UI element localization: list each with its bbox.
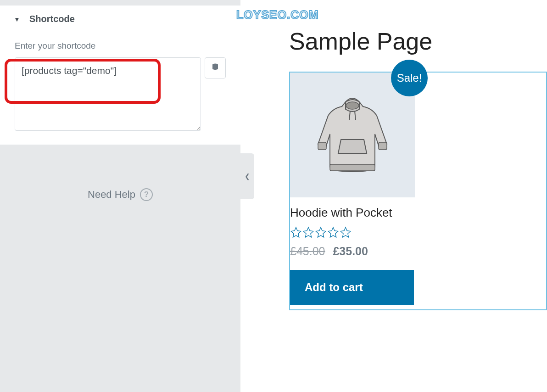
shortcode-field-label: Enter your shortcode	[15, 41, 226, 51]
preview-pane: Sample Page Sale! Hoodie with Pocket	[257, 0, 547, 392]
sidebar-lower: Need Help ?	[0, 145, 240, 383]
star-icon	[315, 226, 327, 238]
sidebar-top-strip	[0, 0, 240, 6]
dynamic-tags-button[interactable]	[205, 57, 226, 78]
product-image[interactable]: Sale!	[290, 73, 415, 197]
star-icon	[290, 226, 302, 238]
hoodie-icon	[313, 94, 391, 176]
svg-rect-4	[379, 142, 387, 150]
star-icon	[302, 226, 314, 238]
svg-rect-2	[330, 164, 375, 171]
star-icon	[327, 226, 339, 238]
need-help-link[interactable]: Need Help ?	[88, 188, 153, 201]
page-title: Sample Page	[289, 28, 547, 55]
add-to-cart-button[interactable]: Add to cart	[290, 270, 414, 305]
sale-price: £35.00	[333, 245, 368, 258]
database-icon	[211, 63, 219, 73]
collapse-sidebar-button[interactable]: ❮	[240, 153, 254, 199]
svg-rect-3	[318, 142, 326, 150]
chevron-left-icon: ❮	[245, 173, 250, 180]
star-rating	[290, 226, 546, 238]
widget-body: Enter your shortcode [products tag="demo…	[0, 33, 240, 145]
editor-sidebar: ▼ Shortcode Enter your shortcode [produc…	[0, 0, 240, 392]
original-price: £45.00	[290, 245, 325, 258]
caret-down-icon: ▼	[14, 16, 23, 23]
product-card: Sale! Hoodie with Pocket	[289, 72, 547, 310]
widget-title: Shortcode	[29, 14, 75, 24]
widget-header[interactable]: ▼ Shortcode	[0, 6, 240, 33]
shortcode-input[interactable]: [products tag="demo"]	[15, 57, 201, 131]
help-icon: ?	[140, 188, 153, 201]
sale-badge: Sale!	[391, 60, 428, 96]
input-row: [products tag="demo"]	[15, 57, 226, 131]
price-row: £45.00 £35.00	[290, 245, 546, 258]
star-icon	[340, 226, 352, 238]
product-title[interactable]: Hoodie with Pocket	[290, 206, 546, 220]
widget-panel-shortcode: ▼ Shortcode Enter your shortcode [produc…	[0, 6, 240, 145]
svg-point-1	[346, 102, 359, 109]
need-help-label: Need Help	[88, 189, 135, 201]
watermark: LOYSEO.COM	[236, 8, 318, 22]
